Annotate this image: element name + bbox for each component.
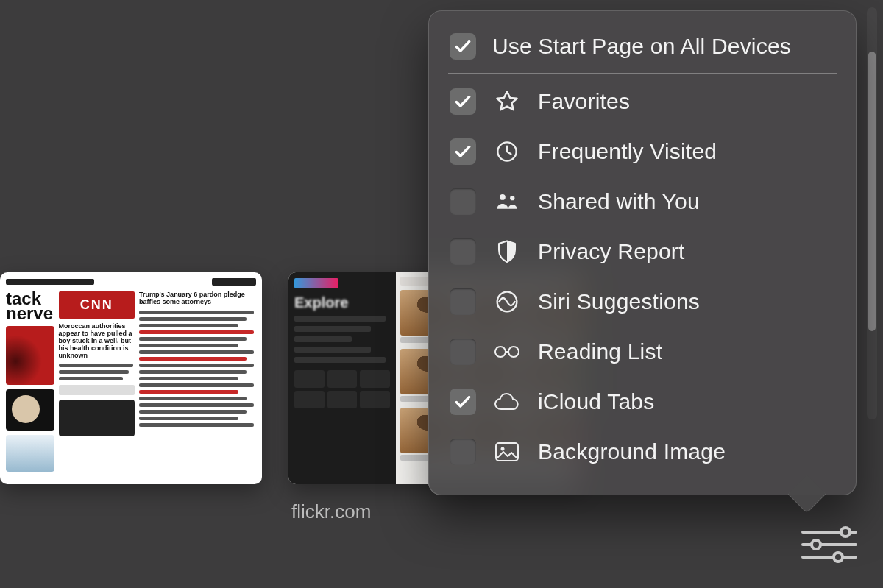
scrollbar-thumb[interactable] bbox=[868, 52, 876, 331]
option-label: Frequently Visited bbox=[538, 139, 717, 164]
shield-icon bbox=[492, 239, 522, 264]
cloud-icon bbox=[492, 392, 522, 412]
option-label: Background Image bbox=[538, 439, 726, 464]
people-icon bbox=[492, 191, 522, 213]
checkbox[interactable] bbox=[450, 138, 476, 165]
option-label: Favorites bbox=[538, 89, 630, 114]
svg-point-12 bbox=[812, 540, 820, 549]
svg-point-13 bbox=[834, 553, 843, 562]
option-shared-with-you[interactable]: Shared with You bbox=[447, 177, 838, 227]
siri-icon bbox=[492, 290, 522, 314]
sliders-icon bbox=[800, 525, 859, 564]
svg-point-7 bbox=[501, 447, 505, 451]
checkbox[interactable] bbox=[450, 33, 476, 60]
svg-point-4 bbox=[495, 347, 506, 357]
option-label: Use Start Page on All Devices bbox=[492, 34, 791, 59]
option-label: Siri Suggestions bbox=[538, 289, 700, 314]
star-icon bbox=[492, 89, 522, 114]
checkbox[interactable] bbox=[450, 339, 476, 365]
thumbnail-caption: flickr.com bbox=[291, 500, 583, 523]
svg-point-5 bbox=[508, 347, 519, 357]
svg-rect-6 bbox=[496, 443, 518, 461]
option-privacy-report[interactable]: Privacy Report bbox=[447, 227, 838, 277]
clock-icon bbox=[492, 140, 522, 163]
customize-start-page-button[interactable] bbox=[798, 520, 861, 569]
checkbox[interactable] bbox=[450, 188, 476, 215]
start-page-settings-popover: Use Start Page on All Devices Favorites … bbox=[428, 10, 857, 495]
site-thumbnail[interactable]: tack nerve CNN Moroccan authorities appe… bbox=[0, 272, 262, 484]
checkbox[interactable] bbox=[450, 439, 476, 465]
option-use-start-page-all-devices[interactable]: Use Start Page on All Devices bbox=[447, 26, 838, 73]
option-siri-suggestions[interactable]: Siri Suggestions bbox=[447, 277, 838, 327]
option-reading-list[interactable]: Reading List bbox=[447, 327, 838, 377]
option-label: Reading List bbox=[538, 339, 662, 364]
checkbox[interactable] bbox=[450, 238, 476, 265]
option-frequently-visited[interactable]: Frequently Visited bbox=[447, 127, 838, 177]
option-background-image[interactable]: Background Image bbox=[447, 427, 838, 477]
option-label: Shared with You bbox=[538, 189, 700, 214]
scrollbar[interactable] bbox=[867, 7, 877, 419]
checkbox[interactable] bbox=[450, 88, 476, 115]
svg-point-1 bbox=[500, 194, 506, 200]
option-icloud-tabs[interactable]: iCloud Tabs bbox=[447, 377, 838, 427]
checkbox[interactable] bbox=[450, 288, 476, 315]
checkbox[interactable] bbox=[450, 389, 476, 415]
option-label: iCloud Tabs bbox=[538, 389, 654, 414]
glasses-icon bbox=[492, 343, 522, 361]
svg-point-2 bbox=[510, 196, 514, 200]
svg-point-11 bbox=[841, 528, 850, 536]
option-favorites[interactable]: Favorites bbox=[447, 77, 838, 127]
option-label: Privacy Report bbox=[538, 239, 685, 264]
separator bbox=[448, 73, 837, 74]
image-icon bbox=[492, 442, 522, 462]
